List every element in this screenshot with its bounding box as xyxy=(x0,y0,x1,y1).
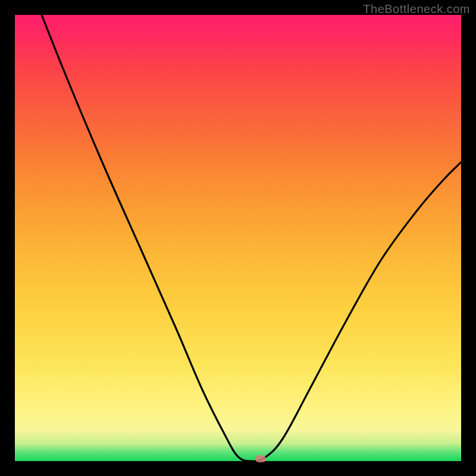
bottleneck-curve xyxy=(15,15,461,461)
plot-area xyxy=(15,15,461,461)
bottleneck-marker xyxy=(255,455,266,462)
chart-frame: TheBottleneck.com xyxy=(0,0,476,476)
watermark-label: TheBottleneck.com xyxy=(363,2,470,16)
